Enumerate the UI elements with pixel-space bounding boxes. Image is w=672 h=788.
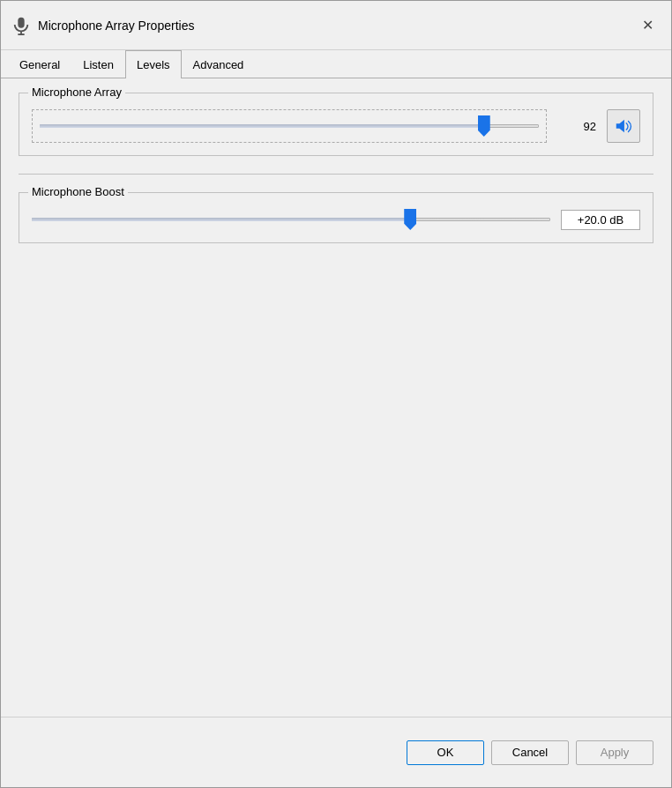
tabs-bar: General Listen Levels Advanced <box>1 50 671 78</box>
dialog-title: Microphone Array Properties <box>38 19 634 33</box>
svg-rect-0 <box>18 17 24 27</box>
track-fill-boost <box>32 218 410 221</box>
microphone-boost-slider-container <box>32 209 550 230</box>
apply-button[interactable]: Apply <box>576 740 653 765</box>
microphone-array-slider-row: 92 <box>32 109 640 143</box>
footer: OK Cancel Apply <box>1 717 671 787</box>
dialog-window: Microphone Array Properties ✕ General Li… <box>0 0 672 788</box>
tab-listen[interactable]: Listen <box>71 50 125 78</box>
title-bar: Microphone Array Properties ✕ <box>1 1 671 50</box>
microphone-icon <box>11 16 31 35</box>
microphone-array-thumb[interactable] <box>478 115 490 137</box>
thumb-shape <box>478 115 490 137</box>
tab-advanced[interactable]: Advanced <box>182 50 256 78</box>
mute-button[interactable] <box>607 109 640 143</box>
section-divider <box>19 174 653 175</box>
microphone-array-label: Microphone Array <box>28 85 125 99</box>
ok-button[interactable]: OK <box>407 740 484 765</box>
microphone-boost-label: Microphone Boost <box>28 185 128 198</box>
microphone-array-value: 92 <box>557 120 596 133</box>
cancel-button[interactable]: Cancel <box>491 740 569 765</box>
svg-marker-3 <box>616 120 624 133</box>
microphone-boost-slider-track <box>32 209 550 230</box>
close-button[interactable]: ✕ <box>634 12 661 39</box>
track-fill <box>40 124 484 128</box>
speaker-icon <box>614 116 633 136</box>
tab-levels[interactable]: Levels <box>125 50 182 78</box>
microphone-array-slider-container <box>32 109 547 143</box>
microphone-boost-value: +20.0 dB <box>561 210 640 230</box>
tab-general[interactable]: General <box>8 50 71 78</box>
content-area: Microphone Array 92 <box>1 78 671 717</box>
thumb-shape-boost <box>404 209 416 230</box>
microphone-boost-section: Microphone Boost +20.0 dB <box>19 192 653 243</box>
microphone-boost-thumb[interactable] <box>404 209 416 230</box>
microphone-boost-slider-row: +20.0 dB <box>32 209 640 230</box>
microphone-array-section: Microphone Array 92 <box>19 93 653 156</box>
microphone-array-slider-track <box>40 115 539 137</box>
